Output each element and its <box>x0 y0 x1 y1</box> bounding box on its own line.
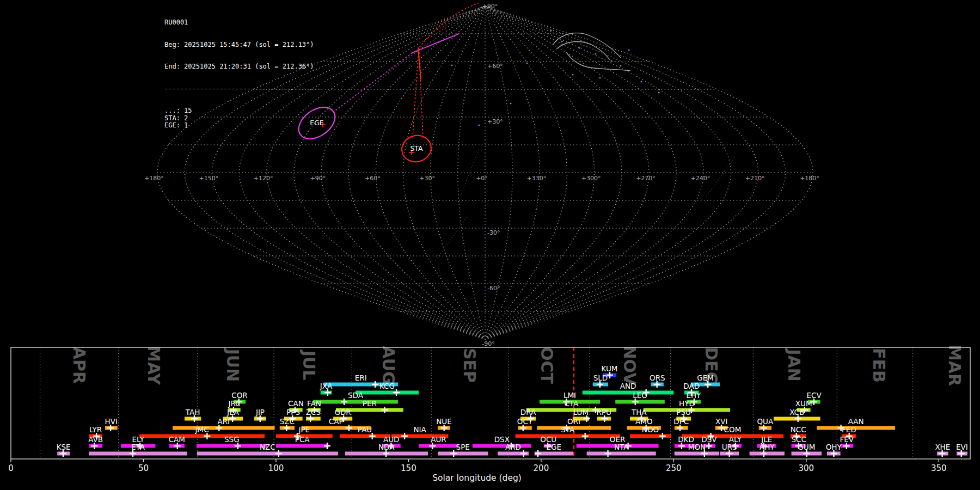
x-tick-label: 300 <box>798 463 814 473</box>
shower-label: EVI <box>956 443 968 451</box>
peak-marker <box>346 425 352 431</box>
shower-RPU: RPU <box>597 408 611 422</box>
shower-label: DPC <box>673 417 689 426</box>
shower-label: COR <box>231 391 247 400</box>
month-label: MAR <box>945 345 964 386</box>
shower-bar <box>675 452 719 456</box>
month-label: MAY <box>144 346 163 385</box>
shower-label: EHY <box>686 391 701 400</box>
shower-label: JPE <box>298 425 310 434</box>
shower-label: AHY <box>759 443 775 451</box>
shower-label: NDA <box>378 443 395 451</box>
shower-SLD: SLD <box>593 373 608 388</box>
shower-label: FEV <box>840 435 854 444</box>
shower-bar <box>173 426 274 430</box>
shower-label: PSU <box>676 408 691 416</box>
month-label: SEP <box>460 348 479 383</box>
shower-SZC: SZC <box>280 417 295 431</box>
shower-bar <box>89 452 187 456</box>
shower-bar <box>197 452 338 456</box>
shower-label: STA <box>561 425 575 434</box>
shower-label: GDR <box>335 408 351 416</box>
shower-bar <box>356 391 419 395</box>
shower-label: FAN <box>307 399 321 408</box>
shower-bar <box>139 434 265 438</box>
peak-marker <box>324 443 330 449</box>
shower-label: TAH <box>185 408 200 416</box>
shower-bar <box>615 400 665 404</box>
shower-JXA: JXA <box>320 382 333 396</box>
shower-label: ORS <box>650 373 665 382</box>
shower-label: MON <box>688 443 706 451</box>
month-label: APR <box>70 347 89 384</box>
shower-AVB: AVB <box>88 435 103 449</box>
shower-label: SLD <box>593 373 608 382</box>
shower-label: AMO <box>635 417 653 426</box>
month-label: JUN <box>223 348 242 382</box>
shower-label: NZC <box>260 443 275 451</box>
shower-FEV: FEV <box>840 435 854 449</box>
month-label: FEB <box>869 348 889 383</box>
shower-bar <box>473 444 531 448</box>
shower-label: PCA <box>295 435 310 444</box>
x-tick-label: 150 <box>401 463 416 473</box>
shower-AHY: AHY <box>750 443 785 457</box>
shower-label: AND <box>620 382 636 390</box>
shower-label: JEA <box>226 408 240 416</box>
x-tick-label: 200 <box>534 463 549 473</box>
shower-TAH: TAH <box>185 408 201 422</box>
shower-bar <box>197 444 267 448</box>
shower-bar <box>313 400 398 404</box>
shower-label: GEM <box>697 373 714 382</box>
shower-ORS: ORS <box>650 373 665 388</box>
shower-XCB: XCB <box>774 408 820 422</box>
shower-label: KUM <box>601 364 617 373</box>
month-label: OCT <box>537 347 556 384</box>
shower-bars: KUMERISLDORSGEMJXAKCGANDDADCORSDALMILEOE… <box>57 364 968 457</box>
month-label: JAN <box>785 348 804 382</box>
shower-bar <box>419 444 458 448</box>
shower-label: COM <box>724 425 742 434</box>
shower-label: ETA <box>131 443 145 451</box>
shower-label: JMC <box>195 425 209 434</box>
shower-label: PPS <box>286 408 300 416</box>
shower-label: XUM <box>795 399 812 408</box>
shower-label: AVB <box>88 435 103 444</box>
shower-label: OHY <box>826 443 842 451</box>
shower-QUA: QUA <box>757 417 774 431</box>
peak-marker <box>372 381 378 388</box>
shower-label: EGE <box>546 443 561 451</box>
shower-CAM: CAM <box>169 435 185 449</box>
shower-label: GUM <box>798 443 815 451</box>
shower-label: XVI <box>715 417 727 426</box>
shower-DPC: DPC <box>673 417 689 431</box>
month-label: NOV <box>620 345 639 385</box>
shower-label: HVI <box>105 417 118 426</box>
shower-label: LYR <box>89 425 102 434</box>
shower-NUE: NUE <box>436 417 452 431</box>
shower-label: SDA <box>348 391 364 400</box>
shower-URS: URS <box>720 443 739 457</box>
peak-marker <box>659 433 666 439</box>
shower-label: ORI <box>567 417 580 426</box>
shower-XHE: XHE <box>935 443 950 457</box>
shower-label: AAN <box>848 417 864 426</box>
shower-label: CAM <box>169 435 185 444</box>
x-tick-label: 350 <box>931 463 947 473</box>
shower-label: QUA <box>757 417 774 426</box>
shower-label: NTA <box>614 443 629 451</box>
shower-label: HYD <box>679 399 695 408</box>
shower-EGE: EGE <box>535 443 573 457</box>
shower-OCT: OCT <box>517 417 533 431</box>
shower-label: KCG <box>379 382 395 390</box>
shower-label: CTA <box>564 399 579 408</box>
x-tick-label: 0 <box>8 463 14 473</box>
shower-label: ZCS <box>306 408 321 416</box>
peak-marker <box>401 433 408 439</box>
shower-label: JXA <box>320 382 333 390</box>
shower-label: SPE <box>456 443 470 451</box>
peak-marker <box>520 450 527 457</box>
shower-label: LMI <box>564 391 576 400</box>
month-label: AUG <box>379 346 398 384</box>
shower-JIP: JIP <box>254 408 266 422</box>
